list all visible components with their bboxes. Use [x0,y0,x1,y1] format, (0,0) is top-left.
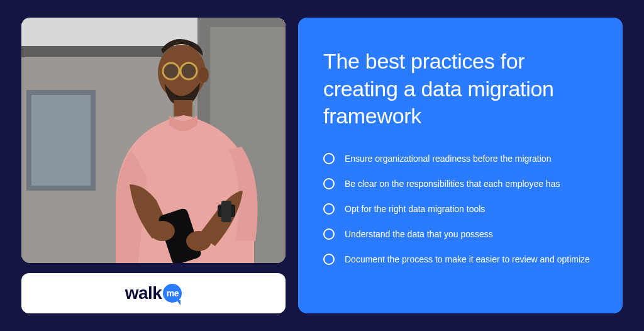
bullet-text: Document the process to make it easier t… [345,254,590,264]
bullet-circle-icon [323,228,335,240]
list-item: Be clear on the responsibilities that ea… [323,178,597,189]
logo-text-walk: walk [125,283,162,303]
svg-rect-16 [221,201,231,222]
logo-speech-bubble-icon: me [163,284,182,303]
bullet-circle-icon [323,203,335,215]
bullet-list: Ensure organizational readiness before t… [323,153,597,265]
list-item: Ensure organizational readiness before t… [323,153,597,164]
svg-rect-14 [174,100,192,116]
bullet-circle-icon [323,153,335,164]
svg-rect-4 [31,95,91,186]
list-item: Document the process to make it easier t… [323,254,597,265]
left-column: walk me [21,18,286,313]
svg-point-13 [182,64,196,78]
bullet-circle-icon [323,178,335,189]
logo-text-me: me [167,288,179,298]
photo-card [21,18,286,263]
panel-title: The best practices for creating a data m… [323,48,597,130]
bullet-text: Ensure organizational readiness before t… [345,154,551,164]
bullet-text: Understand the data that you possess [345,229,493,239]
content-panel: The best practices for creating a data m… [298,18,623,313]
svg-point-18 [150,221,175,241]
svg-point-12 [164,64,178,78]
list-item: Understand the data that you possess [323,228,597,240]
list-item: Opt for the right data migration tools [323,203,597,215]
bullet-text: Be clear on the responsibilities that ea… [345,179,560,189]
logo-card: walk me [21,273,286,313]
bullet-circle-icon [323,254,335,265]
walkme-logo: walk me [125,283,182,303]
bullet-text: Opt for the right data migration tools [345,204,485,214]
photo-illustration [21,18,286,263]
svg-point-19 [186,231,211,251]
svg-point-8 [199,67,209,82]
